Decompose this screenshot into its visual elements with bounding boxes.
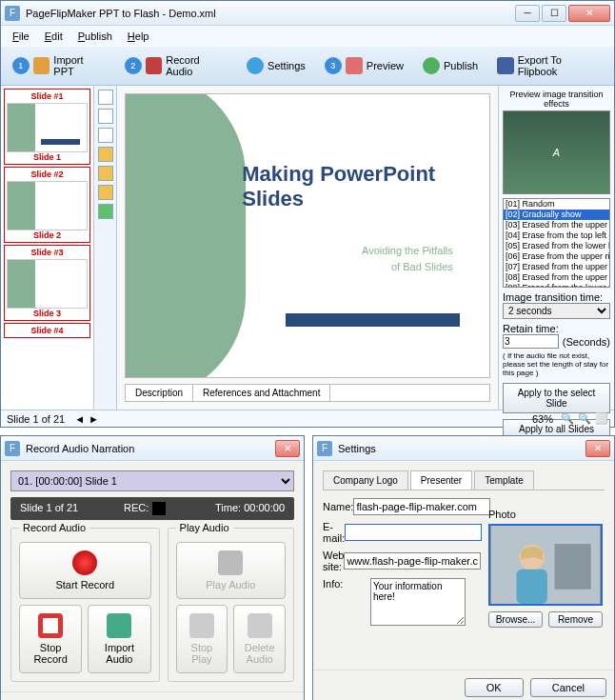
play-group-label: Play Audio [176,522,233,533]
tab-description[interactable]: Description [126,385,193,401]
globe-icon [423,57,440,74]
tab-template[interactable]: Template [474,470,534,490]
import-ppt-button[interactable]: 1Import PPT [7,52,111,79]
transition-item[interactable]: [07] Erased from the upper righ [504,262,609,272]
next-slide-icon[interactable]: ► [89,413,99,425]
retain-unit: (Seconds) [563,336,610,348]
rect-tool-icon[interactable] [98,147,113,162]
record-group: Record Audio Start Record Stop Record Im… [10,528,160,682]
name-field[interactable] [353,498,490,515]
play-group: Play Audio Play Audio Stop Play Delete A… [168,528,294,682]
slide-title: Making PowerPoint Slides [242,162,489,211]
import-icon [33,57,50,74]
thumb-1[interactable]: Slide #1Slide 1 [4,89,90,165]
import-audio-icon [107,613,131,638]
ok-button[interactable]: OK [465,678,524,697]
email-label: E-mail: [323,521,345,544]
retain-time-input[interactable] [503,334,559,349]
settings-dialog: F Settings ✕ Company Logo Presenter Temp… [312,435,615,700]
export-flipbook-button[interactable]: Export To Flipbook [491,52,608,79]
record-title: Record Audio Narration [26,443,273,454]
pointer-tool-icon[interactable] [98,90,113,105]
zoom-actual-icon[interactable]: ⬜ [595,412,608,425]
zoom-in-icon[interactable]: 🔍 [578,412,591,425]
slide-preview[interactable]: Making PowerPoint Slides Avoiding the Pi… [125,93,490,378]
thumb-3[interactable]: Slide #3Slide 3 [4,245,90,321]
transition-item[interactable]: [08] Erased from the upper righ [504,272,609,283]
arrows-tool-icon[interactable] [98,204,113,219]
record-titlebar[interactable]: F Record Audio Narration ✕ [1,436,304,461]
close-button[interactable]: ✕ [585,440,610,457]
tab-presenter[interactable]: Presenter [410,470,472,490]
menu-publish[interactable]: Publish [70,28,120,45]
transition-item[interactable]: [06] Erase from the upper right [504,251,609,262]
remove-button[interactable]: Remove [548,611,603,628]
import-audio-button[interactable]: Import Audio [88,605,150,673]
record-group-label: Record Audio [19,522,89,533]
play-audio-button[interactable]: Play Audio [176,542,286,599]
line-tool-icon[interactable] [98,109,113,124]
tab-references[interactable]: References and Attachment [193,385,330,401]
record-dialog: F Record Audio Narration ✕ 01. [00:00:00… [0,435,305,700]
transition-time-label: Image transition time: [503,291,610,303]
transition-item[interactable]: [03] Erased from the upper left c [504,220,609,230]
thumb-4[interactable]: Slide #4 [4,323,90,338]
prev-slide-icon[interactable]: ◄ [74,413,85,425]
slide-subtitle: Avoiding the Pitfallsof Bad Slides [362,241,453,273]
thumbnail-panel[interactable]: Slide #1Slide 1 Slide #2Slide 2 Slide #3… [1,86,94,410]
text-tool-icon[interactable] [98,128,113,143]
email-field[interactable] [345,524,482,541]
transition-item[interactable]: [05] Erased from the lower left c [504,241,609,251]
slide-editor: Making PowerPoint Slides Avoiding the Pi… [117,86,498,410]
info-label: Info: [323,578,370,590]
transition-item[interactable]: [09] Erased from the lower righ [504,283,609,288]
stop-play-button[interactable]: Stop Play [176,605,228,673]
menu-file[interactable]: File [5,28,37,45]
main-titlebar[interactable]: F PageFlipMaker PPT to Flash - Demo.xml … [1,1,614,26]
slide-counter: Slide 1 of 21 [7,413,65,425]
mic-icon [146,57,163,74]
highlight-tool-icon[interactable] [98,185,113,200]
menu-edit[interactable]: Edit [37,28,70,45]
settings-titlebar[interactable]: F Settings ✕ [313,436,614,461]
record-icon [72,550,97,575]
tab-company-logo[interactable]: Company Logo [323,470,408,490]
transition-item[interactable]: [01] Random [504,199,609,210]
play-icon [218,550,243,575]
main-toolbar: 1Import PPT 2Record Audio Settings 3Prev… [1,47,614,86]
cancel-button[interactable]: Cancel [530,678,606,697]
maximize-button[interactable]: ☐ [542,5,566,22]
menu-help[interactable]: Help [120,28,157,45]
website-field[interactable] [344,552,481,570]
settings-tabs: Company Logo Presenter Template [323,470,605,490]
drawing-toolbar [94,86,117,410]
close-button[interactable]: ✕ [275,440,300,457]
name-label: Name: [323,501,353,512]
stop-icon [38,613,63,638]
transition-time-select[interactable]: 2 seconds [503,303,610,319]
preview-button[interactable]: 3Preview [319,52,409,79]
rec-time: Time: 00:00:00 [215,502,285,515]
delete-audio-button[interactable]: Delete Audio [233,605,286,673]
stop-record-button[interactable]: Stop Record [19,605,82,673]
settings-button[interactable]: Settings [241,52,311,79]
publish-button[interactable]: Publish [417,52,484,79]
transition-item[interactable]: [02] Gradually show [504,210,609,220]
menu-bar: File Edit Publish Help [1,26,614,47]
transition-list[interactable]: [01] Random[02] Gradually show[03] Erase… [503,198,610,288]
rec-slide-pos: Slide 1 of 21 [20,502,78,515]
browse-button[interactable]: Browse... [488,611,543,628]
transition-item[interactable]: [04] Erase from the top left corn [504,230,609,241]
info-field[interactable]: Your information here! [370,578,466,626]
thumb-2[interactable]: Slide #2Slide 2 [4,167,90,243]
apply-selected-button[interactable]: Apply to the select Slide [503,383,610,413]
zoom-out-icon[interactable]: 🔍 [561,412,574,425]
minimize-button[interactable]: ─ [515,5,540,22]
svg-rect-1 [555,544,591,590]
transition-preview: A [503,110,610,194]
slide-select[interactable]: 01. [00:00:00] Slide 1 [10,470,294,491]
close-button[interactable]: ✕ [568,5,610,22]
shape-tool-icon[interactable] [98,166,113,181]
record-audio-button[interactable]: 2Record Audio [119,52,233,79]
start-record-button[interactable]: Start Record [19,542,151,599]
